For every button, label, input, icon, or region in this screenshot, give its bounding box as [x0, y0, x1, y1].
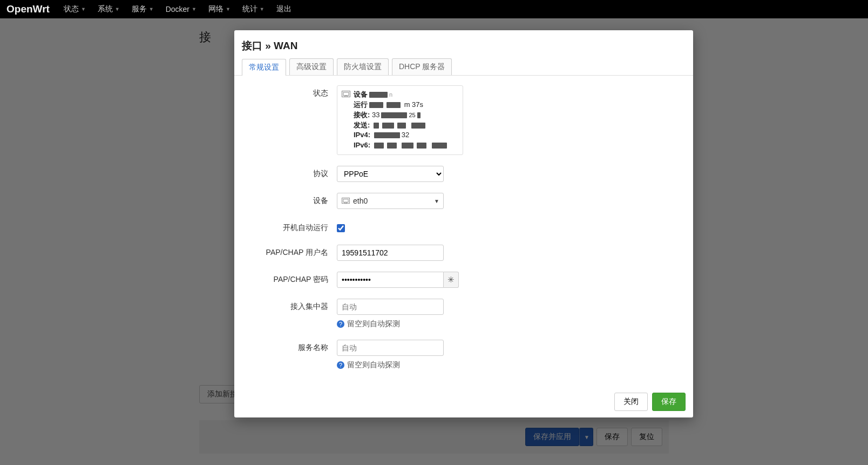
password-input[interactable]	[337, 272, 444, 288]
nav-network-label: 网络	[208, 4, 223, 14]
ac-hint: ? 留空则自动探测	[337, 319, 686, 329]
tab-dhcp[interactable]: DHCP 服务器	[392, 58, 452, 75]
nav-docker[interactable]: Docker▼	[166, 5, 196, 14]
service-input[interactable]	[337, 340, 444, 356]
modal-tabs: 常规设置 高级设置 防火墙设置 DHCP 服务器	[234, 58, 693, 76]
modal-footer: 关闭 保存	[234, 386, 693, 417]
nav-stats-label: 统计	[242, 4, 257, 14]
ac-label: 接入集中器	[242, 299, 337, 312]
status-tx-key: 发送:	[354, 121, 370, 129]
device-value: eth0	[353, 197, 368, 205]
nav-logout[interactable]: 退出	[276, 4, 291, 14]
modal-title: 接口 » WAN	[242, 39, 686, 53]
status-label: 状态	[242, 85, 337, 98]
ethernet-port-icon	[342, 91, 350, 98]
ac-input[interactable]	[337, 299, 444, 315]
status-device-key: 设备	[354, 90, 368, 98]
nav-status-label: 状态	[64, 4, 79, 14]
password-reveal-button[interactable]: ✳	[444, 272, 459, 288]
chevron-down-icon: ▼	[115, 6, 120, 12]
service-hint: ? 留空则自动探测	[337, 360, 686, 370]
username-label: PAP/CHAP 用户名	[242, 245, 337, 258]
tab-general[interactable]: 常规设置	[242, 59, 286, 76]
password-label: PAP/CHAP 密码	[242, 272, 337, 285]
autostart-label: 开机自动运行	[242, 220, 337, 233]
status-rx-head: 33	[372, 111, 379, 119]
chevron-down-icon: ▼	[260, 6, 265, 12]
nav-services-label: 服务	[132, 4, 147, 14]
general-settings-form: 状态 设备n 运行 m 37s 接收: 3325 发送: IPv4: 32	[234, 76, 693, 386]
tab-advanced[interactable]: 高级设置	[289, 58, 334, 75]
svg-rect-1	[343, 92, 349, 96]
svg-rect-2	[345, 96, 347, 97]
ac-hint-text: 留空则自动探测	[347, 319, 400, 329]
status-ipv6-key: IPv6:	[354, 141, 370, 149]
save-button[interactable]: 保存	[652, 393, 686, 411]
service-label: 服务名称	[242, 340, 337, 353]
status-ipv4-tail: 32	[402, 131, 409, 139]
chevron-down-icon: ▼	[81, 6, 86, 12]
ethernet-port-icon	[342, 198, 350, 205]
nav-docker-label: Docker	[166, 5, 189, 14]
service-hint-text: 留空则自动探测	[347, 360, 400, 370]
interface-edit-modal: 接口 » WAN 常规设置 高级设置 防火墙设置 DHCP 服务器 状态 设备n	[234, 30, 693, 417]
device-select[interactable]: eth0 ▼	[337, 193, 444, 209]
username-input[interactable]	[337, 245, 444, 261]
status-uptime-tail: m 37s	[404, 100, 423, 109]
protocol-label: 协议	[242, 166, 337, 179]
info-icon: ?	[337, 361, 344, 369]
status-uptime-key: 运行	[354, 100, 368, 109]
nav-status[interactable]: 状态▼	[64, 4, 86, 14]
status-ipv4-key: IPv4:	[354, 131, 370, 139]
tab-firewall[interactable]: 防火墙设置	[337, 58, 389, 75]
brand[interactable]: OpenWrt	[6, 3, 50, 15]
nav-network[interactable]: 网络▼	[208, 4, 230, 14]
nav-system[interactable]: 系统▼	[98, 4, 120, 14]
nav-logout-label: 退出	[276, 4, 291, 14]
nav-stats[interactable]: 统计▼	[242, 4, 265, 14]
nav-services[interactable]: 服务▼	[132, 4, 154, 14]
protocol-select[interactable]: PPPoE	[337, 166, 444, 182]
close-button[interactable]: 关闭	[614, 393, 648, 411]
navbar: OpenWrt 状态▼ 系统▼ 服务▼ Docker▼ 网络▼ 统计▼ 退出	[0, 0, 868, 18]
chevron-down-icon: ▼	[434, 198, 439, 204]
autostart-checkbox[interactable]	[337, 224, 345, 232]
status-rx-key: 接收:	[354, 111, 370, 119]
chevron-down-icon: ▼	[192, 6, 196, 12]
svg-rect-4	[343, 199, 348, 202]
info-icon: ?	[337, 320, 344, 328]
svg-rect-5	[345, 202, 347, 203]
chevron-down-icon: ▼	[149, 6, 154, 12]
status-box: 设备n 运行 m 37s 接收: 3325 发送: IPv4: 32 IPv6:	[337, 85, 463, 155]
chevron-down-icon: ▼	[226, 6, 230, 12]
nav-system-label: 系统	[98, 4, 113, 14]
device-label: 设备	[242, 193, 337, 206]
